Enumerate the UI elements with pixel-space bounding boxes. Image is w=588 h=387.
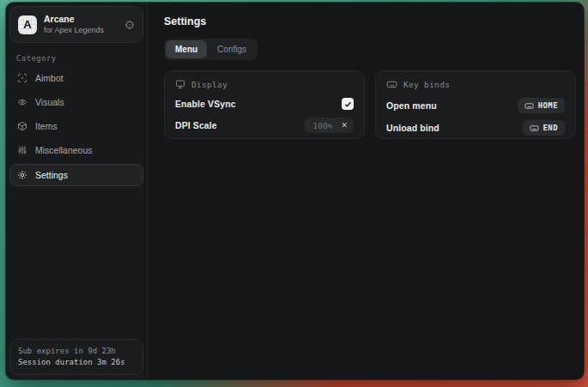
monitor-icon: [175, 79, 185, 89]
gear-icon: [17, 170, 27, 180]
sidebar-item-label: Visuals: [35, 97, 64, 107]
sidebar-item-label: Aimbot: [35, 73, 64, 83]
open-menu-label: Open menu: [386, 100, 437, 111]
tab-menu[interactable]: Menu: [166, 40, 207, 58]
sidebar-spacer: [9, 186, 143, 339]
display-card-header: Display: [175, 79, 354, 89]
app-logo-letter: A: [23, 18, 31, 31]
dpi-row: DPI Scale 100% ✕: [175, 118, 354, 132]
sliders-icon: [17, 145, 27, 155]
app-logo: A: [18, 15, 37, 34]
tab-bar: Menu Configs: [164, 39, 258, 60]
sidebar-item-label: Settings: [35, 170, 68, 180]
clear-icon[interactable]: ✕: [341, 122, 348, 130]
app-title-block: Arcane for Apex Legends: [44, 14, 118, 35]
app-window: A Arcane for Apex Legends Category: [6, 3, 584, 379]
open-menu-row: Open menu HOME: [386, 99, 565, 112]
vsync-row: Enable VSync: [175, 98, 354, 110]
eye-icon: [17, 97, 27, 107]
vsync-checkbox[interactable]: [342, 98, 354, 110]
display-card-title: Display: [191, 80, 227, 89]
open-menu-key: HOME: [538, 101, 558, 110]
unload-bind-label: Unload bind: [386, 123, 439, 133]
check-icon: [344, 100, 352, 108]
sidebar: A Arcane for Apex Legends Category: [6, 3, 148, 379]
sidebar-item-visuals[interactable]: Visuals: [9, 92, 143, 112]
tab-configs[interactable]: Configs: [208, 40, 256, 58]
app-header-card: A Arcane for Apex Legends: [9, 6, 143, 43]
sidebar-item-items[interactable]: Items: [9, 116, 143, 136]
category-label: Category: [9, 43, 143, 68]
sidebar-item-label: Miscellaneous: [35, 145, 93, 155]
dpi-scale-input[interactable]: 100% ✕: [305, 118, 354, 133]
app-name: Arcane: [44, 14, 118, 25]
unload-keybind-button[interactable]: END: [523, 120, 565, 136]
session-duration-text: Session duration 3m 26s: [18, 357, 135, 368]
vsync-label: Enable VSync: [175, 99, 236, 109]
crosshair-icon: [17, 73, 27, 83]
display-card: Display Enable VSync DPI Scale 100% ✕: [164, 70, 365, 139]
keybinds-card-title: Key binds: [403, 80, 450, 89]
cube-icon: [17, 121, 27, 131]
sidebar-item-label: Items: [35, 121, 58, 131]
keyboard-icon: [386, 79, 397, 90]
sidebar-item-aimbot[interactable]: Aimbot: [9, 68, 143, 88]
page-title: Settings: [164, 15, 576, 27]
keybinds-card-header: Key binds: [386, 79, 565, 90]
dpi-label: DPI Scale: [175, 120, 217, 130]
session-info-box: Sub expires in 9d 23h Session duration 3…: [9, 339, 143, 375]
keyboard-icon: [530, 124, 539, 133]
sidebar-item-settings[interactable]: Settings: [9, 164, 143, 186]
main-content: Settings Menu Configs Display E: [148, 3, 584, 379]
settings-cards: Display Enable VSync DPI Scale 100% ✕: [164, 70, 576, 139]
sidebar-item-miscellaneous[interactable]: Miscellaneous: [9, 140, 143, 160]
keyboard-icon: [524, 101, 534, 111]
sidebar-nav: Aimbot Visuals Items: [9, 68, 143, 186]
keybinds-card: Key binds Open menu HOME: [375, 70, 576, 139]
open-menu-keybind-button[interactable]: HOME: [518, 98, 565, 113]
unload-key: END: [543, 124, 558, 132]
target-icon[interactable]: [124, 20, 135, 30]
app-subtitle: for Apex Legends: [44, 25, 118, 35]
sub-expiry-text: Sub expires in 9d 23h: [18, 346, 135, 357]
dpi-value[interactable]: 100%: [305, 121, 336, 130]
unload-bind-row: Unload bind END: [386, 121, 565, 135]
